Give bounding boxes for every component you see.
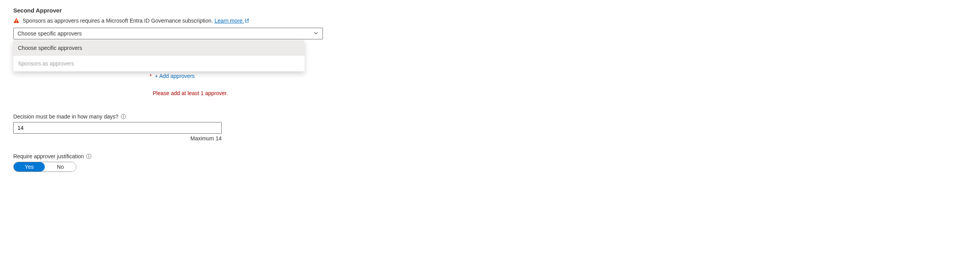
svg-rect-7	[89, 156, 89, 157]
approver-type-listbox: Choose specific approvers Sponsors as ap…	[13, 40, 305, 71]
decision-days-label-row: Decision must be made in how many days?	[13, 113, 967, 120]
decision-days-label: Decision must be made in how many days?	[13, 113, 118, 120]
justification-label-row: Require approver justification	[13, 153, 967, 159]
approver-type-dropdown[interactable]: Choose specific approvers	[13, 28, 323, 39]
option-choose-specific[interactable]: Choose specific approvers	[13, 40, 305, 56]
chevron-down-icon	[313, 30, 319, 37]
required-indicator: *	[150, 73, 152, 79]
learn-more-link[interactable]: Learn more.	[215, 18, 244, 24]
approver-type-dropdown-wrapper: Choose specific approvers Choose specifi…	[13, 28, 323, 39]
approver-type-selected: Choose specific approvers	[18, 30, 82, 37]
section-title: Second Approver	[13, 7, 967, 14]
svg-point-3	[123, 115, 124, 116]
approvers-error-text: Please add at least 1 approver.	[153, 90, 967, 96]
warning-triangle-icon	[13, 18, 19, 24]
justification-yes[interactable]: Yes	[14, 162, 45, 172]
add-approvers-link[interactable]: + Add approvers	[155, 73, 194, 79]
justification-no[interactable]: No	[45, 162, 76, 172]
justification-label: Require approver justification	[13, 153, 84, 159]
decision-days-helper: Maximum 14	[13, 135, 222, 142]
svg-rect-4	[123, 116, 123, 118]
option-sponsors: Sponsors as approvers	[13, 56, 305, 71]
info-icon[interactable]	[86, 154, 92, 159]
svg-rect-1	[16, 22, 17, 23]
info-icon[interactable]	[121, 114, 126, 119]
external-link-icon	[245, 18, 249, 23]
warning-row: Sponsors as approvers requires a Microso…	[13, 18, 967, 24]
warning-text: Sponsors as approvers requires a Microso…	[23, 18, 213, 24]
svg-point-6	[88, 155, 89, 156]
svg-rect-0	[16, 19, 17, 21]
decision-days-input[interactable]	[13, 122, 222, 134]
add-approvers-row: * + Add approvers	[150, 73, 967, 79]
justification-toggle: Yes No	[13, 162, 76, 172]
